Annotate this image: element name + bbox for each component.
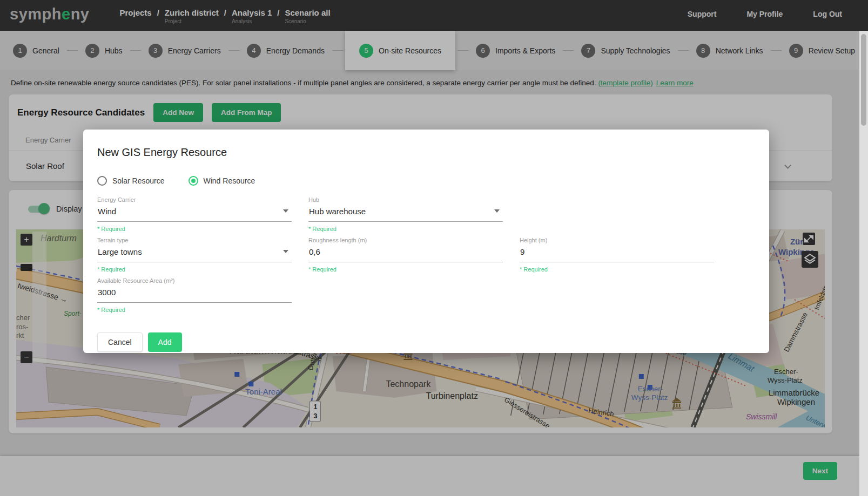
hub-select[interactable]: Hub warehouse <box>308 207 503 222</box>
modal-title: New GIS Energy Resource <box>97 146 755 159</box>
field-label: Height (m) <box>520 237 714 243</box>
chevron-down-icon <box>283 250 288 253</box>
field-label: Available Resource Area (m²) <box>97 277 292 284</box>
required-hint: * Required <box>308 266 503 273</box>
field-label: Hub <box>308 196 503 203</box>
radio-solar-resource[interactable]: Solar Resource <box>97 176 165 186</box>
radio-icon <box>97 176 107 186</box>
energy-carrier-field: Energy Carrier Wind * Required <box>97 196 292 232</box>
resource-type-radio-group: Solar ResourceWind Resource <box>97 176 755 186</box>
height-field: Height (m) 9 * Required <box>520 237 714 273</box>
terrain-type-select[interactable]: Large towns <box>97 247 292 262</box>
height-input[interactable]: 9 <box>520 247 714 262</box>
required-hint: * Required <box>520 266 714 273</box>
roughness-length-field: Roughness length (m) 0,6 * Required <box>308 237 503 273</box>
required-hint: * Required <box>97 307 292 313</box>
cancel-button[interactable]: Cancel <box>97 332 143 352</box>
required-hint: * Required <box>97 226 292 232</box>
roughness-length-input[interactable]: 0,6 <box>308 247 503 262</box>
field-label: Terrain type <box>97 237 292 243</box>
hub-field: Hub Hub warehouse * Required <box>308 196 503 232</box>
field-label: Roughness length (m) <box>308 237 503 243</box>
energy-carrier-select[interactable]: Wind <box>97 207 292 222</box>
field-label: Energy Carrier <box>97 196 292 203</box>
scrollbar-thumb[interactable] <box>861 34 866 126</box>
chevron-down-icon <box>494 209 500 213</box>
available-resource-area-field: Available Resource Area (m²) 3000 * Requ… <box>97 277 292 313</box>
available-resource-area-input[interactable]: 3000 <box>97 288 292 303</box>
required-hint: * Required <box>97 266 292 273</box>
required-hint: * Required <box>308 226 503 232</box>
radio-wind-resource[interactable]: Wind Resource <box>189 176 255 186</box>
radio-icon <box>189 176 198 186</box>
terrain-type-field: Terrain type Large towns * Required <box>97 237 292 273</box>
new-gis-energy-resource-modal: New GIS Energy Resource Solar ResourceWi… <box>83 130 769 353</box>
add-button[interactable]: Add <box>148 332 182 352</box>
radio-label: Wind Resource <box>204 176 255 185</box>
app-root: sympheny Projects/Zurich districtProject… <box>0 0 868 496</box>
radio-label: Solar Resource <box>112 176 165 185</box>
chevron-down-icon <box>283 209 288 213</box>
scrollbar[interactable] <box>859 31 868 496</box>
